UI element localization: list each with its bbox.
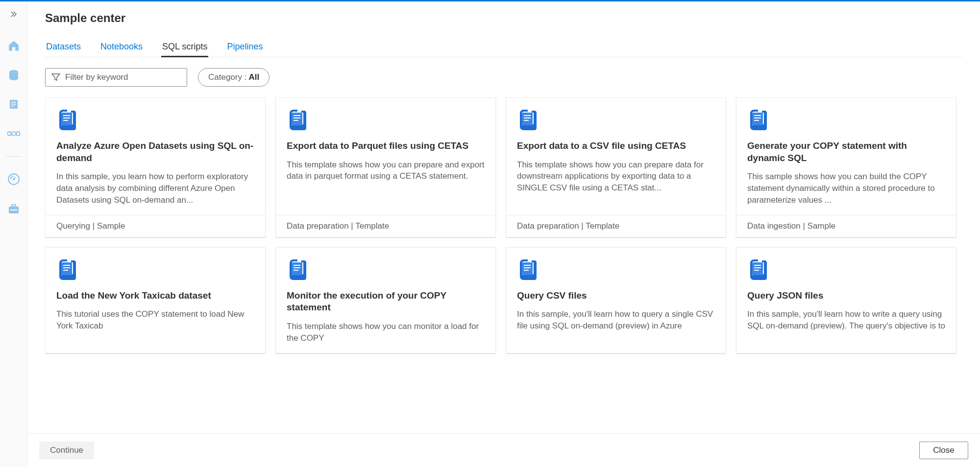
svg-rect-25 bbox=[524, 120, 529, 121]
integrate-icon[interactable] bbox=[7, 127, 21, 140]
category-filter[interactable]: Category : All bbox=[198, 68, 270, 87]
svg-rect-40 bbox=[524, 267, 531, 268]
svg-rect-19 bbox=[294, 115, 300, 116]
svg-rect-14 bbox=[61, 113, 72, 125]
script-icon bbox=[56, 258, 78, 280]
svg-rect-35 bbox=[294, 265, 300, 266]
category-label: Category : bbox=[208, 72, 246, 82]
filter-icon bbox=[51, 73, 60, 81]
monitor-icon[interactable] bbox=[7, 172, 21, 186]
expand-nav-icon[interactable] bbox=[10, 10, 18, 20]
svg-rect-28 bbox=[754, 117, 761, 118]
page-title: Sample center bbox=[45, 11, 962, 25]
svg-rect-38 bbox=[522, 262, 533, 275]
category-value: All bbox=[248, 72, 259, 82]
sample-card[interactable]: Export data to Parquet files using CETAS… bbox=[275, 97, 496, 237]
tab-notebooks[interactable]: Notebooks bbox=[99, 39, 144, 57]
svg-rect-21 bbox=[294, 120, 298, 121]
sample-card[interactable]: Export data to a CSV file using CETASThi… bbox=[506, 97, 726, 237]
script-icon bbox=[747, 109, 769, 130]
footer: Continue Close bbox=[27, 433, 980, 467]
card-title: Load the New York Taxicab dataset bbox=[56, 290, 254, 302]
svg-rect-26 bbox=[752, 113, 763, 125]
svg-rect-41 bbox=[524, 270, 529, 271]
card-title: Monitor the execution of your COPY state… bbox=[287, 290, 485, 314]
sample-card[interactable]: Analyze Azure Open Datasets using SQL on… bbox=[45, 97, 266, 237]
card-desc: This template shows how you can prepare … bbox=[287, 159, 485, 183]
card-foot: Data ingestion | Sample bbox=[736, 215, 956, 237]
script-icon bbox=[287, 109, 308, 130]
svg-rect-24 bbox=[524, 117, 531, 118]
card-title: Query JSON files bbox=[747, 290, 945, 302]
data-icon[interactable] bbox=[7, 68, 21, 82]
home-icon[interactable] bbox=[7, 39, 21, 52]
svg-rect-18 bbox=[292, 113, 302, 125]
card-foot: Data preparation | Template bbox=[506, 215, 726, 237]
svg-rect-43 bbox=[754, 265, 761, 266]
svg-rect-29 bbox=[754, 120, 759, 121]
svg-rect-16 bbox=[63, 117, 70, 118]
svg-rect-36 bbox=[294, 267, 300, 268]
card-desc: In this sample, you learn how to perform… bbox=[56, 171, 254, 206]
card-desc: This template shows how you can monitor … bbox=[287, 321, 485, 344]
svg-rect-31 bbox=[63, 265, 70, 266]
svg-rect-17 bbox=[63, 120, 68, 121]
card-title: Export data to a CSV file using CETAS bbox=[517, 140, 715, 152]
card-foot: Querying | Sample bbox=[46, 215, 265, 237]
card-title: Generate your COPY statement with dynami… bbox=[747, 140, 945, 164]
svg-rect-39 bbox=[524, 265, 531, 266]
svg-rect-22 bbox=[522, 113, 533, 125]
svg-point-7 bbox=[12, 132, 16, 136]
svg-rect-2 bbox=[11, 102, 16, 103]
continue-button[interactable]: Continue bbox=[39, 442, 94, 459]
svg-rect-33 bbox=[63, 270, 68, 271]
sample-card[interactable]: Load the New York Taxicab datasetThis tu… bbox=[45, 247, 266, 353]
script-icon bbox=[56, 109, 78, 130]
develop-icon[interactable] bbox=[7, 97, 21, 111]
filter-keyword[interactable] bbox=[45, 68, 187, 87]
svg-rect-13 bbox=[10, 210, 17, 210]
sample-card[interactable]: Monitor the execution of your COPY state… bbox=[275, 247, 496, 353]
svg-rect-3 bbox=[11, 104, 16, 105]
tab-sql-scripts[interactable]: SQL scripts bbox=[161, 39, 208, 57]
card-title: Query CSV files bbox=[517, 290, 715, 302]
svg-rect-45 bbox=[754, 270, 759, 271]
cards-scroll[interactable]: Analyze Azure Open Datasets using SQL on… bbox=[45, 97, 962, 433]
close-button[interactable]: Close bbox=[919, 442, 968, 459]
filter-input[interactable] bbox=[65, 72, 181, 82]
sample-card[interactable]: Generate your COPY statement with dynami… bbox=[736, 97, 956, 237]
svg-rect-30 bbox=[61, 262, 72, 275]
script-icon bbox=[287, 258, 308, 280]
card-title: Analyze Azure Open Datasets using SQL on… bbox=[56, 140, 254, 164]
svg-rect-20 bbox=[294, 117, 300, 118]
card-desc: This tutorial uses the COPY statement to… bbox=[56, 308, 254, 332]
card-desc: In this sample, you'll learn how to writ… bbox=[747, 308, 945, 332]
svg-rect-12 bbox=[12, 205, 16, 207]
sample-card[interactable]: Query CSV filesIn this sample, you'll le… bbox=[506, 247, 726, 353]
svg-rect-15 bbox=[63, 115, 70, 116]
tab-datasets[interactable]: Datasets bbox=[45, 39, 82, 57]
tabs: Datasets Notebooks SQL scripts Pipelines bbox=[45, 39, 962, 57]
svg-line-10 bbox=[14, 177, 15, 179]
card-desc: In this sample, you'll learn how to quer… bbox=[517, 308, 715, 332]
card-foot: Data preparation | Template bbox=[276, 215, 495, 237]
script-icon bbox=[517, 109, 539, 130]
svg-point-0 bbox=[10, 70, 18, 73]
script-icon bbox=[517, 258, 539, 280]
sample-card[interactable]: Query JSON filesIn this sample, you'll l… bbox=[736, 247, 956, 353]
svg-rect-6 bbox=[17, 132, 20, 136]
svg-rect-37 bbox=[294, 270, 298, 271]
svg-rect-5 bbox=[8, 132, 11, 136]
svg-rect-34 bbox=[292, 262, 302, 275]
nav-rail bbox=[0, 1, 27, 467]
tab-pipelines[interactable]: Pipelines bbox=[226, 39, 264, 57]
card-desc: This sample shows how you can build the … bbox=[747, 171, 945, 206]
card-title: Export data to Parquet files using CETAS bbox=[287, 140, 485, 152]
svg-rect-23 bbox=[524, 115, 531, 116]
svg-rect-27 bbox=[754, 115, 761, 116]
manage-icon[interactable] bbox=[7, 202, 21, 215]
script-icon bbox=[747, 258, 769, 280]
card-desc: This template shows how you can prepare … bbox=[517, 159, 715, 194]
nav-divider bbox=[6, 156, 22, 157]
svg-rect-32 bbox=[63, 267, 70, 268]
